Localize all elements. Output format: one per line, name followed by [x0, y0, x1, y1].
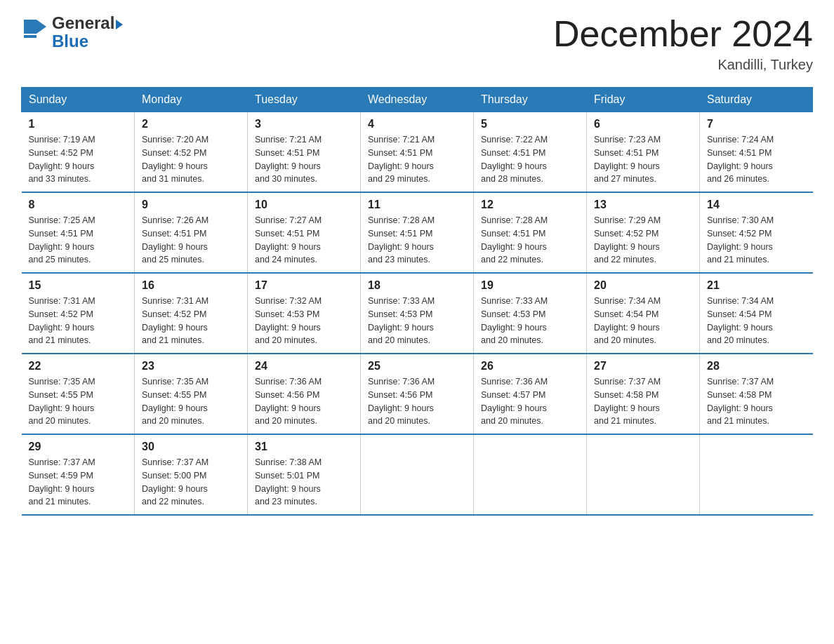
page-header: General Blue December 2024 Kandilli, Tur… [21, 14, 813, 73]
weekday-header-saturday: Saturday [700, 88, 813, 112]
day-number: 21 [707, 279, 806, 292]
calendar-week-4: 22Sunrise: 7:35 AMSunset: 4:55 PMDayligh… [22, 354, 813, 434]
day-info: Sunrise: 7:28 AMSunset: 4:51 PMDaylight:… [368, 214, 466, 267]
logo-blue-text: Blue [52, 32, 123, 51]
day-info: Sunrise: 7:33 AMSunset: 4:53 PMDaylight:… [481, 295, 579, 347]
calendar-cell: 9Sunrise: 7:26 AMSunset: 4:51 PMDaylight… [135, 192, 248, 273]
calendar-cell: 14Sunrise: 7:30 AMSunset: 4:52 PMDayligh… [700, 192, 813, 273]
calendar-week-1: 1Sunrise: 7:19 AMSunset: 4:52 PMDaylight… [22, 112, 813, 193]
day-number: 17 [255, 279, 353, 292]
logo-icon [21, 17, 52, 48]
logo: General Blue [21, 14, 123, 51]
day-info: Sunrise: 7:25 AMSunset: 4:51 PMDaylight:… [29, 214, 128, 267]
day-info: Sunrise: 7:36 AMSunset: 4:56 PMDaylight:… [255, 375, 353, 428]
calendar-cell: 28Sunrise: 7:37 AMSunset: 4:58 PMDayligh… [700, 354, 813, 434]
day-number: 23 [142, 360, 240, 373]
day-number: 9 [142, 199, 240, 211]
day-number: 1 [29, 118, 128, 130]
day-info: Sunrise: 7:37 AMSunset: 4:58 PMDaylight:… [707, 375, 806, 428]
day-number: 3 [255, 118, 353, 130]
day-info: Sunrise: 7:35 AMSunset: 4:55 PMDaylight:… [29, 375, 128, 428]
calendar-cell: 23Sunrise: 7:35 AMSunset: 4:55 PMDayligh… [135, 354, 248, 434]
svg-rect-0 [24, 20, 37, 34]
day-info: Sunrise: 7:27 AMSunset: 4:51 PMDaylight:… [255, 214, 353, 267]
day-info: Sunrise: 7:31 AMSunset: 4:52 PMDaylight:… [142, 295, 240, 347]
day-number: 5 [481, 118, 579, 130]
day-info: Sunrise: 7:20 AMSunset: 4:52 PMDaylight:… [142, 133, 240, 186]
day-number: 6 [594, 118, 692, 130]
calendar-cell: 26Sunrise: 7:36 AMSunset: 4:57 PMDayligh… [474, 354, 587, 434]
day-info: Sunrise: 7:30 AMSunset: 4:52 PMDaylight:… [707, 214, 806, 267]
weekday-header-monday: Monday [135, 88, 248, 112]
month-title: December 2024 [553, 14, 813, 54]
day-number: 12 [481, 199, 579, 211]
day-number: 18 [368, 279, 466, 292]
weekday-header-thursday: Thursday [474, 88, 587, 112]
day-info: Sunrise: 7:36 AMSunset: 4:57 PMDaylight:… [481, 375, 579, 428]
calendar-cell: 12Sunrise: 7:28 AMSunset: 4:51 PMDayligh… [474, 192, 587, 273]
day-info: Sunrise: 7:34 AMSunset: 4:54 PMDaylight:… [707, 295, 806, 347]
day-info: Sunrise: 7:37 AMSunset: 4:58 PMDaylight:… [594, 375, 692, 428]
svg-rect-2 [24, 35, 37, 38]
day-number: 29 [29, 441, 128, 453]
day-info: Sunrise: 7:26 AMSunset: 4:51 PMDaylight:… [142, 214, 240, 267]
title-area: December 2024 Kandilli, Turkey [553, 14, 813, 73]
day-number: 31 [255, 441, 353, 453]
day-number: 27 [594, 360, 692, 373]
weekday-header-wednesday: Wednesday [361, 88, 474, 112]
day-number: 14 [707, 199, 806, 211]
day-info: Sunrise: 7:24 AMSunset: 4:51 PMDaylight:… [707, 133, 806, 186]
calendar-cell: 27Sunrise: 7:37 AMSunset: 4:58 PMDayligh… [587, 354, 700, 434]
day-info: Sunrise: 7:37 AMSunset: 5:00 PMDaylight:… [142, 456, 240, 509]
day-info: Sunrise: 7:34 AMSunset: 4:54 PMDaylight:… [594, 295, 692, 347]
calendar-week-3: 15Sunrise: 7:31 AMSunset: 4:52 PMDayligh… [22, 273, 813, 354]
weekday-header-friday: Friday [587, 88, 700, 112]
calendar-cell: 1Sunrise: 7:19 AMSunset: 4:52 PMDaylight… [22, 112, 135, 193]
day-info: Sunrise: 7:36 AMSunset: 4:56 PMDaylight:… [368, 375, 466, 428]
day-info: Sunrise: 7:37 AMSunset: 4:59 PMDaylight:… [29, 456, 128, 509]
day-number: 11 [368, 199, 466, 211]
day-number: 2 [142, 118, 240, 130]
calendar-cell: 18Sunrise: 7:33 AMSunset: 4:53 PMDayligh… [361, 273, 474, 354]
day-number: 4 [368, 118, 466, 130]
calendar-cell: 10Sunrise: 7:27 AMSunset: 4:51 PMDayligh… [248, 192, 361, 273]
calendar-cell [700, 434, 813, 515]
calendar-cell: 20Sunrise: 7:34 AMSunset: 4:54 PMDayligh… [587, 273, 700, 354]
day-number: 10 [255, 199, 353, 211]
svg-marker-1 [37, 20, 46, 34]
calendar-cell: 4Sunrise: 7:21 AMSunset: 4:51 PMDaylight… [361, 112, 474, 193]
day-info: Sunrise: 7:35 AMSunset: 4:55 PMDaylight:… [142, 375, 240, 428]
day-number: 13 [594, 199, 692, 211]
calendar-cell: 30Sunrise: 7:37 AMSunset: 5:00 PMDayligh… [135, 434, 248, 515]
calendar-cell: 3Sunrise: 7:21 AMSunset: 4:51 PMDaylight… [248, 112, 361, 193]
day-info: Sunrise: 7:19 AMSunset: 4:52 PMDaylight:… [29, 133, 128, 186]
day-number: 16 [142, 279, 240, 292]
day-info: Sunrise: 7:33 AMSunset: 4:53 PMDaylight:… [368, 295, 466, 347]
day-number: 22 [29, 360, 128, 373]
day-info: Sunrise: 7:21 AMSunset: 4:51 PMDaylight:… [255, 133, 353, 186]
day-info: Sunrise: 7:32 AMSunset: 4:53 PMDaylight:… [255, 295, 353, 347]
calendar-cell: 31Sunrise: 7:38 AMSunset: 5:01 PMDayligh… [248, 434, 361, 515]
calendar-week-2: 8Sunrise: 7:25 AMSunset: 4:51 PMDaylight… [22, 192, 813, 273]
day-number: 8 [29, 199, 128, 211]
calendar-cell [587, 434, 700, 515]
day-info: Sunrise: 7:22 AMSunset: 4:51 PMDaylight:… [481, 133, 579, 186]
calendar-cell: 5Sunrise: 7:22 AMSunset: 4:51 PMDaylight… [474, 112, 587, 193]
day-info: Sunrise: 7:21 AMSunset: 4:51 PMDaylight:… [368, 133, 466, 186]
calendar-cell: 13Sunrise: 7:29 AMSunset: 4:52 PMDayligh… [587, 192, 700, 273]
day-number: 28 [707, 360, 806, 373]
calendar-cell: 8Sunrise: 7:25 AMSunset: 4:51 PMDaylight… [22, 192, 135, 273]
day-number: 15 [29, 279, 128, 292]
day-number: 20 [594, 279, 692, 292]
day-info: Sunrise: 7:38 AMSunset: 5:01 PMDaylight:… [255, 456, 353, 509]
day-number: 30 [142, 441, 240, 453]
weekday-header-row: SundayMondayTuesdayWednesdayThursdayFrid… [22, 88, 813, 112]
calendar-cell: 24Sunrise: 7:36 AMSunset: 4:56 PMDayligh… [248, 354, 361, 434]
day-number: 7 [707, 118, 806, 130]
calendar-cell: 25Sunrise: 7:36 AMSunset: 4:56 PMDayligh… [361, 354, 474, 434]
calendar-cell: 16Sunrise: 7:31 AMSunset: 4:52 PMDayligh… [135, 273, 248, 354]
day-number: 24 [255, 360, 353, 373]
calendar-cell: 7Sunrise: 7:24 AMSunset: 4:51 PMDaylight… [700, 112, 813, 193]
location-title: Kandilli, Turkey [553, 57, 813, 73]
calendar-cell: 2Sunrise: 7:20 AMSunset: 4:52 PMDaylight… [135, 112, 248, 193]
